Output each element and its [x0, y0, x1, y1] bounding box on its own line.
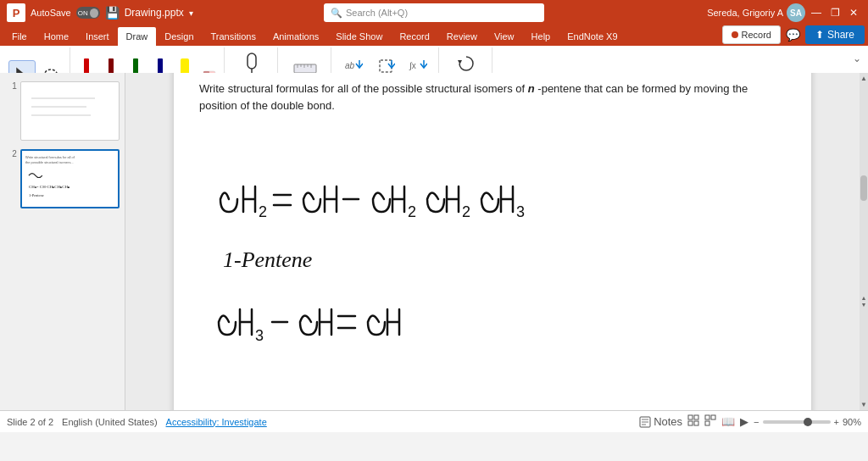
- record-dot-icon: [732, 31, 738, 38]
- restore-button[interactable]: ❐: [827, 5, 843, 20]
- tab-help[interactable]: Help: [523, 27, 559, 46]
- svg-rect-20: [248, 53, 256, 69]
- svg-rect-59: [705, 415, 709, 419]
- svg-text:∫x: ∫x: [409, 61, 416, 70]
- slide-thumb-1[interactable]: 1: [3, 80, 121, 142]
- svg-marker-35: [458, 60, 462, 64]
- svg-text:2: 2: [408, 203, 416, 220]
- comment-button[interactable]: 💬: [786, 28, 800, 42]
- zoom-level[interactable]: 90%: [843, 417, 861, 427]
- tab-insert[interactable]: Insert: [77, 27, 118, 46]
- zoom-out-icon[interactable]: −: [754, 417, 759, 427]
- svg-rect-57: [688, 421, 693, 425]
- tab-design[interactable]: Design: [156, 27, 202, 46]
- svg-text:2: 2: [462, 203, 470, 220]
- user-avatar: SA: [787, 3, 805, 22]
- svg-text:CH₂= CH-CH₂CH₂CH₃: CH₂= CH-CH₂CH₂CH₃: [29, 185, 70, 189]
- share-label: Share: [827, 29, 854, 41]
- autosave-toggle[interactable]: ON: [76, 7, 100, 19]
- zoom-control: − + 90%: [754, 417, 861, 427]
- tab-draw[interactable]: Draw: [118, 27, 157, 46]
- share-button[interactable]: ⬆ Share: [805, 25, 865, 44]
- ribbon: File Home Insert Draw Design Transitions…: [0, 25, 868, 73]
- save-icon[interactable]: 💾: [105, 6, 120, 19]
- vertical-scrollbar[interactable]: ▲ ▲ ▼ ▼: [860, 73, 868, 410]
- statusbar-right: Notes 📖 ▶ − + 90%: [639, 414, 861, 429]
- canvas-area: Write structural formulas for all of the…: [125, 73, 860, 410]
- normal-view-button[interactable]: [687, 414, 699, 429]
- notes-button[interactable]: Notes: [639, 415, 682, 428]
- slide-info: Slide 2 of 2: [7, 417, 53, 427]
- slide-sorter-button[interactable]: [704, 414, 716, 429]
- svg-text:3: 3: [255, 327, 264, 344]
- dropdown-arrow-icon[interactable]: ▾: [189, 8, 193, 18]
- accessibility-info[interactable]: Accessibility: Investigate: [166, 417, 267, 427]
- filename: Drawing.pptx: [125, 7, 184, 19]
- svg-text:1-Pentene: 1-Pentene: [223, 247, 312, 272]
- titlebar-left: P AutoSave ON 💾 Drawing.pptx ▾: [7, 3, 193, 22]
- search-icon: 🔍: [331, 8, 342, 19]
- svg-rect-58: [694, 421, 698, 425]
- record-button[interactable]: Record: [722, 25, 781, 44]
- svg-rect-61: [705, 421, 709, 425]
- tab-review[interactable]: Review: [438, 27, 486, 46]
- zoom-slider-thumb[interactable]: [804, 418, 812, 426]
- tab-endnote[interactable]: EndNote X9: [559, 27, 626, 46]
- svg-text:2: 2: [259, 203, 267, 220]
- svg-text:3: 3: [516, 203, 525, 220]
- reading-view-button[interactable]: 📖: [721, 415, 735, 428]
- svg-text:1-Pentene: 1-Pentene: [29, 193, 44, 197]
- svg-rect-55: [688, 415, 693, 419]
- slide-canvas: Write structural formulas for all of the…: [174, 73, 811, 410]
- ribbon-tabs: File Home Insert Draw Design Transitions…: [0, 25, 868, 46]
- zoom-slider[interactable]: [763, 420, 831, 424]
- tab-view[interactable]: View: [486, 27, 523, 46]
- svg-rect-56: [694, 415, 698, 419]
- svg-text:Write structural formulas for : Write structural formulas for all of: [25, 155, 75, 159]
- user-area: Sereda, Grigoriy A SA: [707, 3, 805, 22]
- search-bar[interactable]: 🔍 Search (Alt+Q): [324, 3, 544, 22]
- share-icon: ⬆: [815, 29, 824, 41]
- status-bar: Slide 2 of 2 English (United States) Acc…: [0, 410, 868, 432]
- slide-question: Write structural formulas for all of the…: [199, 81, 786, 114]
- scroll-thumb[interactable]: [860, 175, 867, 201]
- main-area: 1 2 Write structural formulas for all of…: [0, 73, 868, 410]
- tab-slideshow[interactable]: Slide Show: [327, 27, 391, 46]
- tab-transitions[interactable]: Transitions: [203, 27, 264, 46]
- titlebar-right: Sereda, Grigoriy A SA — ❐ ✕: [707, 3, 861, 22]
- titlebar-center: 🔍 Search (Alt+Q): [324, 3, 544, 22]
- title-bar: P AutoSave ON 💾 Drawing.pptx ▾ 🔍 Search …: [0, 0, 868, 25]
- slide-thumb-2[interactable]: 2 Write structural formulas for all of t…: [3, 147, 121, 210]
- ribbon-expand-button[interactable]: ⌄: [849, 51, 865, 66]
- tab-home[interactable]: Home: [36, 27, 77, 46]
- slideshow-button[interactable]: ▶: [740, 415, 748, 428]
- slide-panel: 1 2 Write structural formulas for all of…: [0, 73, 125, 410]
- tab-animations[interactable]: Animations: [264, 27, 327, 46]
- scroll-up-arrow[interactable]: ▲: [860, 75, 867, 82]
- user-name: Sereda, Grigoriy A: [707, 8, 783, 18]
- handwriting-content: 2 2: [174, 144, 811, 410]
- svg-text:the possible structural isomer: the possible structural isomers...: [25, 160, 74, 164]
- app-logo: P: [7, 3, 25, 22]
- language-info: English (United States): [62, 417, 158, 427]
- search-placeholder: Search (Alt+Q): [346, 8, 408, 18]
- svg-text:ab: ab: [345, 61, 355, 70]
- svg-rect-36: [27, 86, 112, 136]
- minimize-button[interactable]: —: [809, 5, 824, 20]
- svg-rect-60: [711, 415, 715, 419]
- close-button[interactable]: ✕: [846, 5, 861, 20]
- autosave-label: AutoSave: [31, 8, 71, 18]
- scroll-down-arrow[interactable]: ▼: [860, 401, 867, 408]
- statusbar-left: Slide 2 of 2 English (United States) Acc…: [7, 417, 267, 427]
- tab-record[interactable]: Record: [391, 27, 437, 46]
- record-label: Record: [742, 30, 771, 40]
- tab-file[interactable]: File: [3, 27, 36, 46]
- zoom-in-icon[interactable]: +: [834, 417, 839, 427]
